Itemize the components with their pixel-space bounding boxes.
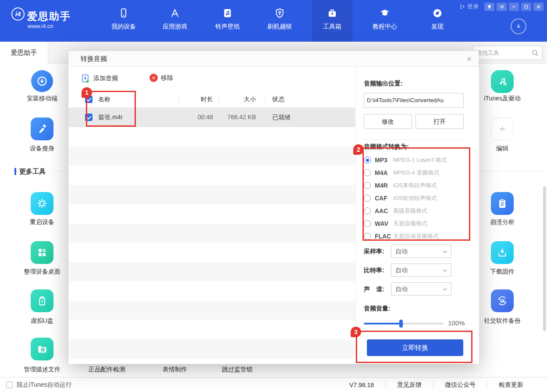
- modify-button[interactable]: 修改: [364, 114, 412, 129]
- nav-label: 应用游戏: [155, 23, 195, 31]
- nav-apps-games[interactable]: 应用游戏: [155, 0, 195, 42]
- dialog-titlebar: 转换音频: [68, 51, 479, 67]
- dialog-close-button[interactable]: [465, 54, 473, 63]
- tool-label-device-slim: 设备瘦身: [11, 145, 73, 153]
- tool-virtual-usb[interactable]: [31, 289, 53, 312]
- status-bar: 阻止iTunes自动运行 V7.98.18 意见反馈 微信公众号 检查更新: [0, 377, 547, 392]
- col-header-duration[interactable]: 时长: [182, 96, 213, 103]
- folder-gear-icon: [36, 343, 48, 355]
- table-row[interactable]: 嚣张.m4r 00:48 766.42 KB 已就绪: [68, 108, 355, 127]
- bitrate-value: 自动: [395, 267, 408, 274]
- menu-button[interactable]: [497, 3, 507, 11]
- tool-organize-desktop[interactable]: [31, 241, 53, 264]
- radio-option-aac[interactable]: AAC 高级音频格式: [364, 206, 465, 216]
- channel-value: 自动: [395, 285, 408, 292]
- nav-label: 铃声壁纸: [207, 23, 248, 31]
- minimize-button[interactable]: [509, 3, 519, 11]
- app-header: i4 爱思助手 www.i4.cn 我的设备 应用游戏 铃声壁纸 刷机越狱 工具…: [0, 0, 547, 42]
- tool-install-mobile[interactable]: [31, 70, 53, 92]
- sample-rate-select[interactable]: 自动: [391, 245, 451, 258]
- radio-desc: 无损压缩音频格式: [393, 232, 439, 240]
- shirt-icon: [487, 4, 492, 10]
- search-input[interactable]: [476, 46, 529, 60]
- close-window-button[interactable]: [533, 3, 543, 11]
- maximize-button[interactable]: [521, 3, 531, 11]
- tool-label-genuine-check: 正品配件检测: [81, 366, 133, 374]
- tool-label-itunes-driver: iTunes及驱动: [472, 95, 533, 103]
- tool-crash-analysis[interactable]: [491, 192, 514, 215]
- download-manager-button[interactable]: [511, 18, 526, 34]
- bitrate-select[interactable]: 自动: [391, 264, 451, 277]
- output-path-field[interactable]: D:\i4Tools7\Files\ConvertedAu: [364, 93, 464, 108]
- nav-flash-jailbreak[interactable]: 刷机越狱: [259, 0, 300, 42]
- download-arrow-icon: [515, 22, 522, 30]
- tool-edit[interactable]: [491, 118, 514, 140]
- radio-option-mp3[interactable]: MP3 MPEG-1 Layer3 格式: [364, 155, 465, 165]
- row-checkbox[interactable]: [85, 114, 92, 121]
- spinner-icon: [36, 197, 48, 210]
- radio-option-flac[interactable]: FLAC 无损压缩音频格式: [364, 231, 465, 242]
- tool-restart-device[interactable]: [31, 192, 53, 215]
- open-button[interactable]: 打开: [416, 114, 464, 129]
- vertical-scrollbar[interactable]: [543, 186, 546, 331]
- volume-slider[interactable]: [364, 323, 444, 324]
- minimize-icon: [511, 4, 517, 10]
- nav-label: 发现: [417, 23, 458, 31]
- grid-icon: [36, 246, 48, 259]
- tool-download-firmware[interactable]: [491, 241, 514, 264]
- column-separator: [218, 96, 219, 103]
- search-icon[interactable]: [531, 49, 540, 57]
- col-header-status[interactable]: 状态: [272, 96, 284, 103]
- music-gear-icon: [496, 75, 508, 88]
- channel-select[interactable]: 自动: [391, 282, 451, 296]
- select-all-checkbox[interactable]: [85, 96, 92, 103]
- brush-icon: [36, 123, 48, 135]
- nav-label: 教程中心: [365, 23, 405, 31]
- tool-itunes-driver[interactable]: [491, 70, 514, 93]
- radio-name: WAV: [375, 220, 393, 227]
- tool-device-slim[interactable]: [31, 118, 53, 140]
- tool-social-backup[interactable]: [491, 289, 514, 312]
- col-header-size[interactable]: 大小: [222, 96, 256, 103]
- column-separator: [178, 96, 179, 103]
- wechat-link[interactable]: 微信公众号: [433, 381, 487, 389]
- compass-icon: [432, 7, 443, 19]
- column-separator: [265, 96, 265, 103]
- radio-option-caf[interactable]: CAF iOS短信铃声格式: [364, 193, 465, 203]
- nav-toolbox[interactable]: 工具箱: [312, 0, 352, 42]
- radio-option-m4r[interactable]: M4R iOS来电铃声格式: [364, 180, 465, 191]
- cell-file-name: 嚣张.m4r: [98, 114, 123, 121]
- volume-label: 音频音量:: [364, 305, 391, 313]
- dialog-title: 转换音频: [81, 51, 107, 67]
- volume-slider-handle[interactable]: [399, 320, 403, 328]
- convert-now-button[interactable]: 立即转换: [367, 339, 463, 356]
- radio-name: M4A: [375, 169, 393, 176]
- col-header-name[interactable]: 名称: [98, 96, 110, 103]
- clipboard-icon: [496, 197, 508, 210]
- list-icon: [499, 4, 504, 10]
- check-update-link[interactable]: 检查更新: [487, 381, 535, 389]
- convert-audio-dialog: 转换音频 添加音频 移除 名称 时长 大小 状态 嚣张.m4r 00:48 76…: [68, 50, 479, 364]
- volume-slider-fill: [364, 323, 401, 324]
- feedback-link[interactable]: 意见反馈: [385, 381, 433, 389]
- nav-tutorial-center[interactable]: 教程中心: [365, 0, 405, 42]
- add-audio-button[interactable]: 添加音频: [81, 74, 118, 83]
- tab-i4-assistant[interactable]: 爱思助手: [0, 42, 48, 64]
- nav-my-device[interactable]: 我的设备: [103, 0, 144, 42]
- block-itunes-label[interactable]: 阻止iTunes自动运行: [17, 381, 72, 389]
- app-logo-icon: i4: [11, 7, 25, 21]
- radio-option-m4a[interactable]: M4A MPEG-4 音频格式: [364, 167, 465, 178]
- block-itunes-checkbox[interactable]: [6, 381, 13, 388]
- tool-manage-profiles[interactable]: [31, 338, 53, 360]
- add-audio-label: 添加音频: [93, 75, 118, 82]
- skin-button[interactable]: [484, 3, 494, 11]
- nav-ringtones-wallpapers[interactable]: 铃声壁纸: [207, 0, 248, 42]
- login-button[interactable]: 登录: [459, 3, 479, 11]
- tool-label-organize-desktop: 整理设备桌面: [11, 268, 73, 276]
- radio-option-wav[interactable]: WAV 无损音频格式: [364, 218, 465, 229]
- nav-discover[interactable]: 发现: [417, 0, 458, 42]
- remove-button[interactable]: 移除: [149, 74, 173, 82]
- radio-name: FLAC: [375, 233, 393, 240]
- close-icon: [536, 4, 541, 10]
- chevron-down-icon: [442, 249, 448, 254]
